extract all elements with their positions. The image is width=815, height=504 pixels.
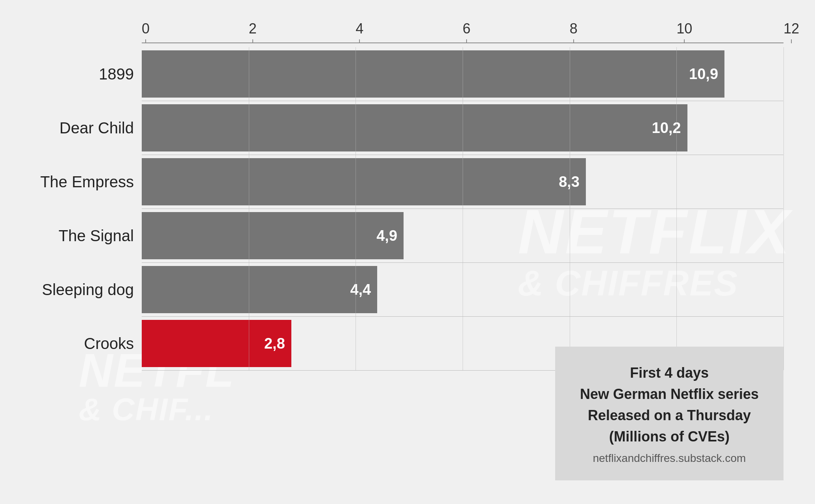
grid-line xyxy=(356,47,356,101)
bar: 10,9 xyxy=(142,50,724,98)
bar-value: 4,4 xyxy=(350,281,377,298)
bar-row: The Empress8,3 xyxy=(142,155,784,209)
x-axis: 024681012 xyxy=(142,24,784,43)
x-tick-mark xyxy=(684,39,685,43)
bar-wrapper: 4,9 xyxy=(142,209,784,263)
x-tick-label: 6 xyxy=(463,20,470,37)
grid-line xyxy=(463,101,463,155)
x-tick: 0 xyxy=(142,20,150,43)
grid-line xyxy=(249,101,249,155)
grid-line xyxy=(676,155,677,209)
x-tick: 12 xyxy=(784,20,799,43)
x-tick-label: 4 xyxy=(356,20,363,37)
bar: 10,2 xyxy=(142,104,687,151)
grid-line xyxy=(676,209,677,262)
grid-line xyxy=(356,209,356,262)
grid-line xyxy=(356,263,356,316)
bar-label: Crooks xyxy=(24,335,134,353)
bar-value: 2,8 xyxy=(264,335,291,352)
bar-label: 1899 xyxy=(24,65,134,83)
x-tick-label: 12 xyxy=(784,20,799,37)
grid-line xyxy=(570,155,570,209)
x-tick: 4 xyxy=(356,20,363,43)
bar-row: The Signal4,9 xyxy=(142,209,784,263)
x-tick-mark xyxy=(466,39,467,43)
bar: 4,4 xyxy=(142,266,377,313)
grid-line xyxy=(249,47,249,101)
grid-line xyxy=(249,209,249,262)
legend-line1: First 4 days xyxy=(630,365,709,381)
x-tick: 6 xyxy=(463,20,470,43)
grid-line xyxy=(676,101,677,155)
grid-line xyxy=(463,317,463,370)
x-tick-mark xyxy=(359,39,360,43)
legend-box: First 4 days New German Netflix series R… xyxy=(555,347,784,480)
x-tick-mark xyxy=(791,39,792,43)
grid-line xyxy=(356,101,356,155)
grid-line xyxy=(570,101,570,155)
grid-line xyxy=(463,155,463,209)
grid-line xyxy=(249,155,249,209)
bar-wrapper: 10,9 xyxy=(142,47,784,101)
x-tick-label: 0 xyxy=(142,20,150,37)
x-tick-label: 10 xyxy=(676,20,692,37)
grid-line xyxy=(784,317,784,370)
x-tick: 2 xyxy=(249,20,257,43)
grid-line xyxy=(784,155,784,209)
grid-line xyxy=(570,263,570,316)
bar-value: 10,2 xyxy=(652,120,687,137)
grid-line xyxy=(463,209,463,262)
bar-value: 8,3 xyxy=(559,174,586,190)
x-tick-mark xyxy=(252,39,253,43)
bar-label: The Signal xyxy=(24,227,134,245)
bar-row: Dear Child10,2 xyxy=(142,101,784,155)
legend-line3: Released on a Thursday xyxy=(588,407,751,423)
bar-label: The Empress xyxy=(24,173,134,191)
grid-line xyxy=(570,47,570,101)
bar-wrapper: 8,3 xyxy=(142,155,784,209)
grid-line xyxy=(249,317,249,370)
bar-wrapper: 10,2 xyxy=(142,101,784,155)
bar-row: 189910,9 xyxy=(142,47,784,101)
grid-line xyxy=(356,155,356,209)
grid-line xyxy=(249,263,249,316)
bar-wrapper: 4,4 xyxy=(142,263,784,317)
grid-line xyxy=(784,209,784,262)
bar-label: Dear Child xyxy=(24,119,134,137)
x-tick-label: 2 xyxy=(249,20,257,37)
legend-title: First 4 days New German Netflix series R… xyxy=(571,362,768,447)
chart-container: NETFLIX & CHIFFRES NETFL & CHIF... 02468… xyxy=(0,0,815,504)
grid-line xyxy=(784,263,784,316)
bar: 4,9 xyxy=(142,212,404,259)
bar-label: Sleeping dog xyxy=(24,281,134,299)
grid-line xyxy=(570,209,570,262)
bar: 2,8 xyxy=(142,320,291,367)
x-tick: 8 xyxy=(570,20,578,43)
legend-source: netflixandchiffres.substack.com xyxy=(571,452,768,465)
grid-line xyxy=(463,47,463,101)
x-tick: 10 xyxy=(676,20,692,43)
x-tick-mark xyxy=(145,39,146,43)
grid-line xyxy=(784,47,784,101)
bar-value: 10,9 xyxy=(689,66,724,83)
bar: 8,3 xyxy=(142,158,586,205)
grid-line xyxy=(676,263,677,316)
grid-line xyxy=(463,263,463,316)
grid-line xyxy=(676,47,677,101)
legend-line2: New German Netflix series xyxy=(580,386,759,402)
grid-line xyxy=(784,101,784,155)
legend-line4: (Millions of CVEs) xyxy=(609,428,730,445)
x-tick-label: 8 xyxy=(570,20,578,37)
bar-value: 4,9 xyxy=(376,227,404,244)
x-tick-mark xyxy=(573,39,574,43)
grid-line xyxy=(356,317,356,370)
bar-row: Sleeping dog4,4 xyxy=(142,263,784,317)
